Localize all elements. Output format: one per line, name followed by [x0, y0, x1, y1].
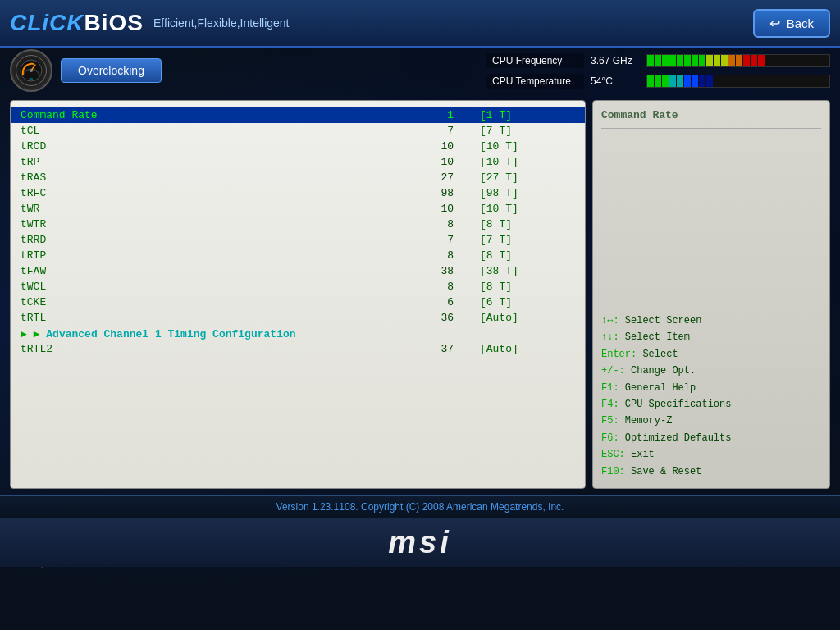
key-code: F5:	[601, 415, 619, 427]
table-row[interactable]: tWR10[10 T]	[11, 201, 585, 217]
setting-name: tRCD	[11, 139, 384, 154]
logo-area: CLiCKBiOS Efficient,Flexible,Intelligent	[10, 10, 290, 36]
table-row[interactable]: tCL7[7 T]	[11, 123, 585, 139]
cpu-info: CPU Frequency 3.67 GHz	[486, 52, 830, 89]
setting-value: 8	[384, 248, 470, 263]
setting-value: 10	[384, 154, 470, 170]
key-description: Memory-Z	[619, 415, 673, 427]
table-row[interactable]: tWTR8[8 T]	[11, 217, 585, 232]
setting-name: tCKE	[11, 294, 384, 310]
setting-value: 7	[384, 123, 470, 139]
back-button[interactable]: ↩ Back	[753, 9, 830, 38]
setting-name: tRRD	[11, 232, 384, 248]
cpu-frequency-row: CPU Frequency 3.67 GHz	[486, 52, 830, 69]
setting-name: tWTR	[11, 217, 384, 232]
setting-bracket: [Auto]	[470, 310, 585, 326]
msi-logo: msi	[388, 525, 451, 560]
table-row[interactable]: tRCD10[10 T]	[11, 139, 585, 154]
setting-bracket: [6 T]	[470, 294, 585, 310]
key-code: ↕↔:	[601, 315, 619, 326]
overclocking-area: OC Overclocking	[10, 49, 162, 92]
setting-name: tRAS	[11, 170, 384, 185]
key-help-item: F6: Optimized Defaults	[601, 430, 821, 446]
header: CLiCKBiOS Efficient,Flexible,Intelligent…	[0, 0, 840, 48]
panel-divider	[601, 128, 821, 129]
gauge-svg: OC	[19, 58, 43, 83]
key-code: ESC:	[601, 449, 625, 460]
setting-value: 27	[384, 170, 470, 185]
speedometer-icon: OC	[10, 49, 52, 92]
table-row[interactable]: tRP10[10 T]	[11, 154, 585, 170]
table-row[interactable]: tRAS27[27 T]	[11, 170, 585, 185]
key-help-item: F4: CPU Specifications	[601, 396, 821, 413]
table-row[interactable]: tRTP8[8 T]	[11, 248, 585, 263]
setting-bracket: [7 T]	[470, 232, 585, 248]
key-code: F1:	[601, 382, 619, 394]
table-row[interactable]: ▶ Advanced Channel 1 Timing Configuratio…	[11, 326, 585, 341]
right-panel: Command Rate ↕↔: Select Screen↑↓: Select…	[592, 100, 830, 489]
key-description: Select Screen	[619, 315, 702, 326]
key-help-item: ESC: Exit	[601, 446, 821, 463]
subheader: OC Overclocking CPU Frequency 3.67 GHz	[0, 48, 840, 94]
setting-bracket	[470, 326, 585, 341]
svg-text:OC: OC	[30, 77, 34, 80]
key-help-item: F5: Memory-Z	[601, 413, 821, 429]
setting-name: tWR	[11, 201, 384, 217]
tagline: Efficient,Flexible,Intelligent	[153, 16, 290, 30]
setting-name: tRP	[11, 154, 384, 170]
setting-value: 1	[384, 107, 470, 123]
setting-value: 8	[384, 279, 470, 294]
table-row[interactable]: tWCL8[8 T]	[11, 279, 585, 294]
key-code: Enter:	[601, 349, 637, 360]
cpu-frequency-value: 3.67 GHz	[591, 55, 640, 66]
setting-bracket: [10 T]	[470, 139, 585, 154]
setting-value: 98	[384, 185, 470, 201]
key-code: +/-:	[601, 365, 625, 377]
setting-value: 10	[384, 201, 470, 217]
key-help-item: +/-: Change Opt.	[601, 363, 821, 379]
key-description: Select Item	[619, 331, 690, 343]
key-description: Exit	[625, 449, 655, 460]
setting-name: tRTL	[11, 310, 384, 326]
setting-bracket: [10 T]	[470, 154, 585, 170]
setting-name: tWCL	[11, 279, 384, 294]
setting-bracket: [8 T]	[470, 217, 585, 232]
svg-point-2	[30, 69, 33, 72]
setting-value: 36	[384, 310, 470, 326]
key-code: ↑↓:	[601, 331, 619, 343]
setting-value: 37	[384, 341, 470, 357]
cpu-temperature-value: 54°C	[591, 75, 640, 87]
setting-value	[384, 326, 470, 341]
bios-settings-table: Command Rate1[1 T]tCL7[7 T]tRCD10[10 T]t…	[11, 107, 585, 357]
setting-bracket: [1 T]	[470, 107, 585, 123]
setting-name: tRFC	[11, 185, 384, 201]
setting-bracket: [Auto]	[470, 341, 585, 357]
setting-name: tRTL2	[11, 341, 384, 357]
cpu-frequency-label: CPU Frequency	[486, 53, 584, 68]
table-row[interactable]: tRRD7[7 T]	[11, 232, 585, 248]
left-panel: Command Rate1[1 T]tCL7[7 T]tRCD10[10 T]t…	[10, 100, 586, 489]
overclocking-label: Overclocking	[61, 58, 162, 83]
setting-name: Command Rate	[11, 107, 384, 123]
setting-bracket: [98 T]	[470, 185, 585, 201]
table-row[interactable]: tRFC98[98 T]	[11, 185, 585, 201]
main-content: Command Rate1[1 T]tCL7[7 T]tRCD10[10 T]t…	[0, 94, 840, 495]
setting-value: 7	[384, 232, 470, 248]
cpu-temperature-label: CPU Temperature	[486, 74, 584, 89]
table-row[interactable]: tFAW38[38 T]	[11, 263, 585, 279]
key-code: F4:	[601, 399, 619, 410]
setting-bracket: [27 T]	[470, 170, 585, 185]
key-help-item: F10: Save & Reset	[601, 463, 821, 480]
setting-bracket: [8 T]	[470, 248, 585, 263]
table-row[interactable]: Command Rate1[1 T]	[11, 107, 585, 123]
table-row[interactable]: tRTL36[Auto]	[11, 310, 585, 326]
setting-value: 38	[384, 263, 470, 279]
table-row[interactable]: tRTL237[Auto]	[11, 341, 585, 357]
right-panel-title: Command Rate	[601, 109, 821, 121]
key-help-item: ↕↔: Select Screen	[601, 313, 821, 329]
table-row[interactable]: tCKE6[6 T]	[11, 294, 585, 310]
setting-name: tCL	[11, 123, 384, 139]
setting-value: 6	[384, 294, 470, 310]
key-help-item: Enter: Select	[601, 346, 821, 363]
key-code: F10:	[601, 466, 625, 477]
